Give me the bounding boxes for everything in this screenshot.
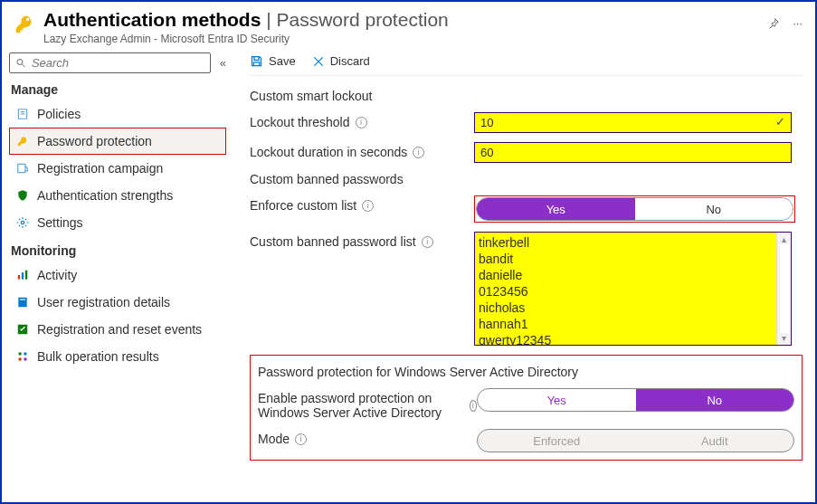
sidebar-item-password-protection[interactable]: Password protection [9, 128, 226, 155]
winad-title: Password protection for Windows Server A… [258, 365, 794, 379]
svg-rect-11 [20, 300, 25, 300]
events-icon [15, 323, 30, 336]
sidebar-item-policies[interactable]: Policies [9, 100, 226, 128]
sidebar-item-label: Bulk operation results [37, 349, 159, 364]
winad-enable-toggle[interactable]: Yes No [477, 388, 794, 412]
svg-point-15 [18, 357, 22, 361]
toggle-yes[interactable]: Yes [477, 198, 635, 220]
mode-enforced: Enforced [478, 430, 636, 452]
discard-label: Discard [330, 54, 370, 68]
shield-icon [15, 189, 30, 202]
lockout-threshold-label: Lockout threshold [250, 115, 350, 129]
main-content: Save Discard Custom smart lockout Lockou… [233, 49, 815, 499]
svg-point-13 [18, 352, 22, 356]
save-icon [250, 54, 263, 68]
sidebar-item-label: User registration details [37, 295, 170, 309]
info-icon[interactable]: i [470, 400, 477, 412]
toggle-no[interactable]: No [635, 198, 793, 220]
lockout-duration-label: Lockout duration in seconds [250, 145, 407, 159]
sidebar-item-settings[interactable]: Settings [9, 209, 226, 236]
mode-audit: Audit [636, 430, 794, 452]
page-subtitle: Lazy Exchange Admin - Microsoft Entra ID… [43, 33, 449, 45]
sidebar-item-activity[interactable]: Activity [9, 262, 226, 289]
banned-list-textarea[interactable] [475, 233, 776, 345]
sidebar-item-label: Registration and reset events [37, 322, 202, 337]
more-icon[interactable]: ··· [793, 16, 803, 30]
book-icon [15, 296, 30, 309]
page-header: Authentication methods | Password protec… [2, 2, 815, 49]
command-bar: Save Discard [250, 49, 803, 76]
sidebar-item-label: Registration campaign [37, 161, 163, 176]
svg-rect-10 [18, 298, 26, 308]
scroll-thumb[interactable] [780, 244, 789, 333]
toggle-yes[interactable]: Yes [478, 389, 636, 411]
collapse-sidebar-icon[interactable]: « [220, 56, 226, 70]
sidebar-item-auth-strengths[interactable]: Authentication strengths [9, 182, 226, 209]
page-title: Authentication methods | Password protec… [43, 9, 449, 31]
save-label: Save [269, 54, 296, 68]
scroll-down-icon[interactable]: ▾ [782, 333, 786, 343]
sidebar-item-label: Policies [37, 107, 81, 121]
policies-icon [15, 108, 30, 120]
info-icon[interactable]: i [295, 433, 307, 445]
info-icon[interactable]: i [413, 147, 424, 158]
svg-point-6 [21, 221, 24, 224]
save-button[interactable]: Save [250, 54, 296, 68]
sidebar-item-registration-campaign[interactable]: Registration campaign [9, 155, 226, 182]
svg-point-0 [17, 60, 23, 65]
banned-section-title: Custom banned passwords [250, 172, 803, 186]
scroll-up-icon[interactable]: ▴ [782, 234, 786, 244]
scrollbar[interactable]: ▴ ▾ [776, 233, 791, 345]
lockout-threshold-input[interactable]: 10 [474, 112, 792, 133]
info-icon[interactable]: i [362, 200, 374, 212]
section-monitoring: Monitoring [11, 243, 226, 258]
discard-button[interactable]: Discard [312, 54, 370, 68]
enforce-list-toggle[interactable]: Yes No [476, 197, 793, 221]
lockout-duration-input[interactable]: 60 [474, 142, 792, 163]
mode-toggle: Enforced Audit [477, 429, 794, 452]
svg-line-1 [22, 64, 24, 67]
mode-label: Mode [258, 432, 290, 446]
svg-rect-8 [22, 272, 24, 280]
discard-icon [312, 55, 325, 68]
winad-enable-label: Enable password protection on Windows Se… [258, 391, 464, 420]
pin-icon[interactable] [767, 17, 780, 30]
sidebar-item-reg-reset-events[interactable]: Registration and reset events [9, 316, 226, 343]
enforce-list-label: Enforce custom list [250, 198, 356, 213]
svg-rect-5 [18, 164, 25, 172]
lockout-section-title: Custom smart lockout [250, 89, 803, 103]
sidebar-item-bulk-results[interactable]: Bulk operation results [9, 343, 226, 370]
bulk-icon [15, 350, 30, 363]
info-icon[interactable]: i [422, 236, 433, 248]
search-input[interactable] [9, 52, 211, 73]
sidebar: « Manage Policies Password protection Re… [2, 49, 233, 499]
gear-icon [15, 216, 30, 229]
svg-point-16 [24, 357, 27, 361]
sidebar-item-label: Password protection [37, 134, 152, 148]
banned-list-label: Custom banned password list [250, 234, 416, 249]
sidebar-item-user-reg-details[interactable]: User registration details [9, 289, 226, 316]
svg-rect-9 [25, 271, 27, 280]
svg-point-14 [24, 352, 27, 356]
key-icon [15, 135, 30, 147]
winad-section: Password protection for Windows Server A… [250, 355, 803, 461]
section-manage: Manage [11, 82, 226, 97]
search-icon [15, 57, 26, 69]
svg-rect-7 [18, 275, 20, 280]
sidebar-item-label: Activity [37, 268, 77, 282]
toggle-no[interactable]: No [636, 389, 794, 411]
key-icon [14, 14, 34, 34]
info-icon[interactable]: i [356, 117, 367, 128]
campaign-icon [15, 162, 30, 175]
sidebar-item-label: Settings [37, 215, 83, 230]
sidebar-item-label: Authentication strengths [37, 188, 173, 203]
activity-icon [15, 269, 30, 281]
